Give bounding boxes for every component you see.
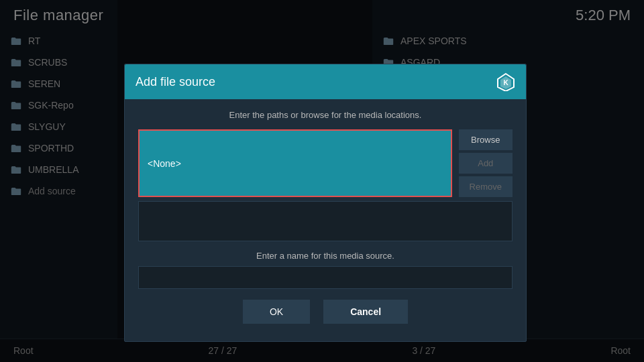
cancel-button[interactable]: Cancel bbox=[323, 300, 408, 324]
path-input-area bbox=[138, 129, 452, 197]
ok-button[interactable]: OK bbox=[243, 300, 310, 324]
name-instruction: Enter a name for this media source. bbox=[138, 251, 513, 261]
add-file-source-dialog: Add file source K Enter the paths or bro… bbox=[124, 64, 527, 342]
dialog-title: Add file source bbox=[136, 75, 215, 89]
svg-text:K: K bbox=[503, 79, 508, 86]
kodi-logo-icon: K bbox=[496, 72, 515, 91]
dialog-header: Add file source K bbox=[125, 64, 526, 99]
path-row: Browse Add Remove bbox=[138, 129, 513, 197]
remove-button[interactable]: Remove bbox=[459, 176, 513, 197]
dialog-footer-buttons: OK Cancel bbox=[138, 300, 513, 330]
dialog-body: Enter the paths or browse for the media … bbox=[125, 99, 526, 341]
browse-button[interactable]: Browse bbox=[459, 129, 513, 150]
path-instruction: Enter the paths or browse for the media … bbox=[138, 110, 513, 120]
add-button[interactable]: Add bbox=[459, 153, 513, 174]
path-empty-area bbox=[267, 131, 451, 196]
side-buttons: Browse Add Remove bbox=[459, 129, 513, 197]
path-list-area bbox=[138, 201, 513, 241]
path-none-input[interactable] bbox=[140, 131, 267, 196]
source-name-input[interactable] bbox=[138, 266, 513, 289]
